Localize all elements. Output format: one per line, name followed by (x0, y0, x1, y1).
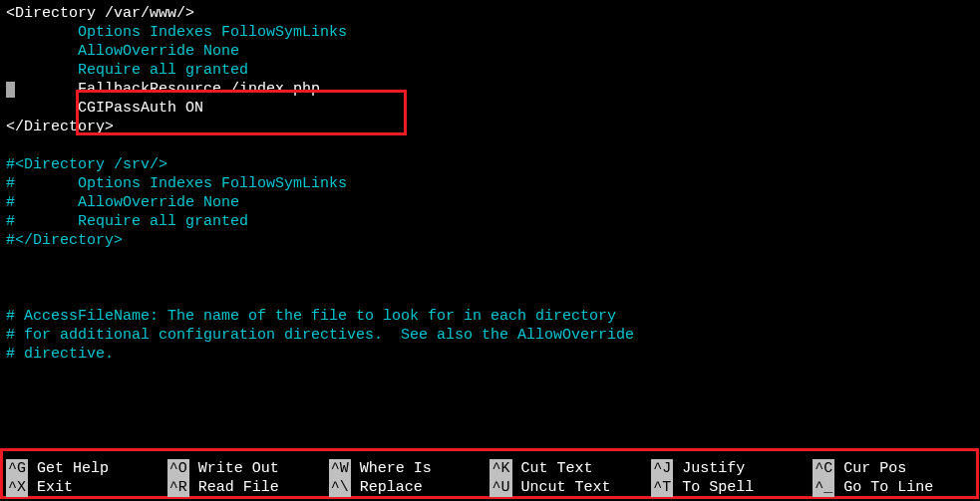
shortcut-item[interactable]: ^G Get Help (6, 459, 167, 478)
line-text (6, 270, 15, 287)
shortcut-item[interactable]: ^X Exit (6, 478, 167, 497)
editor-line (6, 269, 974, 288)
shortcut-label: To Spell (673, 479, 754, 496)
editor-line (6, 136, 974, 155)
editor-line: #<Directory /srv/> (6, 155, 974, 174)
shortcut-label: Justify (673, 460, 745, 477)
shortcut-key: ^X (6, 478, 28, 497)
shortcut-label: Cur Pos (834, 460, 906, 477)
line-text (6, 137, 15, 154)
line-text (6, 289, 15, 306)
shortcut-label: Cut Text (512, 460, 593, 477)
line-text: # AccessFileName: The name of the file t… (6, 308, 616, 325)
shortcut-key: ^_ (813, 478, 834, 497)
editor-line: # Options Indexes FollowSymLinks (6, 174, 974, 193)
editor-line: <Directory /var/www/> (6, 4, 974, 23)
shortcut-key: ^C (813, 459, 834, 478)
editor-line: Require all granted (6, 61, 974, 80)
shortcut-item[interactable]: ^O Write Out (167, 459, 329, 478)
line-text: </Directory> (6, 119, 114, 135)
shortcut-item[interactable]: ^C Cur Pos (813, 459, 974, 478)
editor-line (6, 250, 974, 269)
line-text: #</Directory> (6, 232, 123, 249)
shortcut-label: Write Out (189, 460, 279, 477)
line-text: # for additional configuration directive… (6, 327, 634, 344)
line-text: # Require all granted (6, 213, 248, 230)
shortcut-key: ^G (6, 459, 28, 478)
shortcut-item[interactable]: ^\ Replace (329, 478, 490, 497)
shortcut-key: ^O (167, 459, 189, 478)
shortcut-key: ^T (651, 478, 673, 497)
line-text: # Options Indexes FollowSymLinks (6, 175, 347, 192)
shortcut-key: ^K (490, 459, 511, 478)
shortcut-label: Exit (28, 479, 73, 496)
shortcut-item[interactable]: ^K Cut Text (490, 459, 651, 478)
line-text: CGIPassAuth ON (6, 100, 203, 117)
line-text: # directive. (6, 346, 114, 363)
shortcut-label: Get Help (28, 460, 109, 477)
line-text: AllowOverride None (6, 43, 239, 60)
shortcut-key: ^J (651, 459, 673, 478)
editor-line: Options Indexes FollowSymLinks (6, 23, 974, 42)
shortcut-label: Go To Line (834, 479, 933, 496)
shortcut-item[interactable]: ^U Uncut Text (490, 478, 651, 497)
line-text: #<Directory /srv/> (6, 156, 167, 173)
shortcut-key: ^\ (329, 478, 351, 497)
line-text: Options Indexes FollowSymLinks (6, 24, 347, 41)
editor-content[interactable]: <Directory /var/www/> Options Indexes Fo… (0, 0, 980, 368)
shortcut-item[interactable]: ^R Read File (167, 478, 329, 497)
cursor-icon (6, 82, 15, 98)
editor-line: # Require all granted (6, 212, 974, 231)
line-text (6, 251, 15, 268)
shortcut-item[interactable]: ^T To Spell (651, 478, 813, 497)
shortcut-label: Uncut Text (512, 479, 611, 496)
line-text: # AllowOverride None (6, 194, 239, 211)
shortcut-label: Read File (189, 479, 279, 496)
editor-line: AllowOverride None (6, 42, 974, 61)
shortcut-item[interactable]: ^J Justify (651, 459, 813, 478)
editor-line: #</Directory> (6, 231, 974, 250)
shortcut-label: Replace (351, 479, 423, 496)
shortcut-key: ^W (329, 459, 351, 478)
line-text: FallbackResource /index.php (15, 81, 320, 98)
editor-line (6, 288, 974, 307)
shortcut-label: Where Is (351, 460, 432, 477)
line-text: Require all granted (6, 62, 248, 79)
editor-line: # directive. (6, 345, 974, 364)
line-text: <Directory /var/www/> (6, 5, 194, 22)
shortcut-item[interactable]: ^_ Go To Line (813, 478, 974, 497)
editor-line: FallbackResource /index.php (6, 80, 974, 99)
shortcut-bar: ^G Get Help^O Write Out^W Where Is^K Cut… (6, 459, 974, 497)
shortcut-item[interactable]: ^W Where Is (329, 459, 490, 478)
editor-line: </Directory> (6, 118, 974, 136)
editor-line: # AccessFileName: The name of the file t… (6, 307, 974, 326)
shortcut-key: ^U (490, 478, 511, 497)
editor-line: # for additional configuration directive… (6, 326, 974, 345)
editor-line: # AllowOverride None (6, 193, 974, 212)
shortcut-key: ^R (167, 478, 189, 497)
editor-line: CGIPassAuth ON (6, 99, 974, 118)
